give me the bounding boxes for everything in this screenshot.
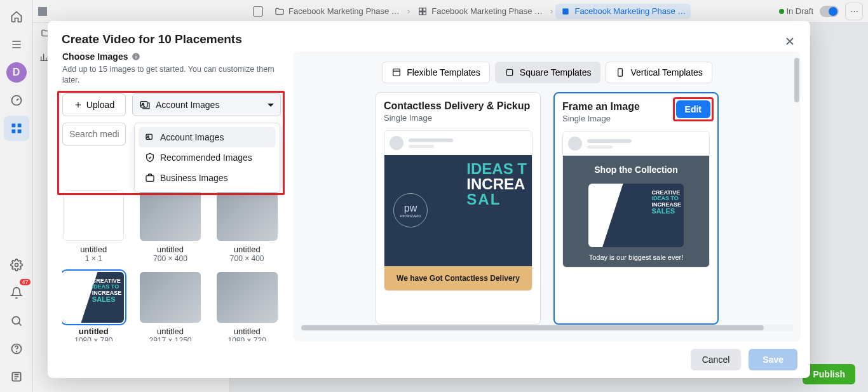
image-thumbnail[interactable]: untitled1 × 1 [62, 190, 125, 263]
thumbnail-name: untitled [79, 327, 109, 336]
image-thumbnail[interactable]: CREATIVEIDEAS TOINCREASESALESuntitled108… [62, 272, 125, 341]
modal-title: Create Video for 10 Placements [62, 32, 796, 46]
briefcase-icon [145, 173, 155, 183]
close-icon[interactable] [781, 32, 799, 50]
image-thumbnail[interactable]: untitled2917 × 1250 [139, 272, 202, 341]
vertical-icon [615, 67, 625, 78]
thumbnail-dimensions: 2917 × 1250 [149, 336, 191, 341]
template-card-contactless[interactable]: Contactless Delivery & Pickup Single Ima… [376, 92, 541, 325]
avatar-placeholder [568, 137, 582, 151]
menu-item-business-images[interactable]: Business Images [139, 168, 276, 188]
images-icon [145, 132, 155, 142]
flexible-icon [391, 67, 402, 78]
template-card-frame-image[interactable]: Frame an Image Single Image Edit Shop th… [553, 92, 719, 325]
thumbnail-name: untitled [157, 327, 184, 336]
create-video-modal: Create Video for 10 Placements Choose Im… [48, 21, 810, 378]
svg-rect-25 [506, 69, 512, 75]
vertical-scrollbar[interactable] [794, 58, 799, 328]
template-tabs: Flexible Templates Square Templates Vert… [301, 62, 793, 83]
template-previews: Contactless Delivery & Pickup Single Ima… [301, 92, 793, 325]
preview-post: pwPIKWIZARD IDEAS TINCREASAL We have Got… [384, 130, 532, 291]
thumbnail-dimensions: 1080 × 720 [227, 336, 266, 341]
pw-logo: pwPIKWIZARD [393, 193, 428, 227]
svg-rect-23 [146, 175, 154, 181]
cancel-button[interactable]: Cancel [691, 349, 742, 370]
badge-icon [145, 152, 155, 163]
menu-item-recommended-images[interactable]: Recommended Images [139, 147, 276, 168]
modal-footer: Cancel Save [48, 341, 810, 378]
upload-button[interactable]: Upload [62, 93, 126, 116]
svg-point-18 [136, 54, 137, 55]
image-source-menu: Account Images Recommended Images Busine… [134, 123, 280, 193]
preview-caption: We have Got Contactless Delivery [384, 266, 532, 290]
thumbnail-dimensions: 1 × 1 [85, 254, 102, 263]
tab-square-templates[interactable]: Square Templates [495, 62, 601, 83]
save-button[interactable]: Save [749, 349, 797, 370]
inner-creative: CREATIVE IDEAS TO INCREASE SALES [588, 184, 684, 247]
thumbnail-name: untitled [157, 245, 184, 254]
svg-rect-24 [393, 69, 400, 76]
menu-item-account-images[interactable]: Account Images [139, 127, 276, 147]
image-thumbnail[interactable]: untitled700 × 400 [215, 190, 278, 263]
thumbnail-name: untitled [234, 327, 261, 336]
edit-button[interactable]: Edit [676, 100, 710, 118]
square-icon [505, 67, 515, 78]
image-thumbnail[interactable]: untitled700 × 400 [139, 190, 202, 263]
card-title: Contactless Delivery & Pickup [384, 100, 532, 112]
images-icon [139, 99, 151, 111]
tab-flexible-templates[interactable]: Flexible Templates [382, 62, 490, 83]
thumbnail-dimensions: 700 × 400 [230, 254, 264, 263]
card-subtitle: Single Image [384, 113, 532, 123]
svg-rect-26 [618, 69, 623, 76]
preview-post: Shop the Collection CREATIVE IDEAS TO IN… [562, 131, 710, 267]
thumbnail-dimensions: 1080 × 780 [74, 336, 112, 341]
tab-vertical-templates[interactable]: Vertical Templates [606, 62, 712, 83]
chevron-down-icon [268, 104, 274, 110]
templates-panel: Flexible Templates Square Templates Vert… [294, 51, 801, 341]
thumbnail-name: untitled [234, 245, 261, 254]
choose-images-label: Choose Images [62, 51, 281, 62]
image-thumbnail[interactable]: untitled1080 × 720 [215, 272, 278, 341]
info-icon[interactable] [132, 52, 140, 61]
preview-image: pwPIKWIZARD IDEAS TINCREASAL [384, 155, 532, 266]
highlight-annotation: Edit [673, 97, 714, 121]
search-input[interactable] [62, 123, 126, 145]
svg-rect-17 [136, 56, 137, 58]
preview-caption: Today is our biggest sale ever! [589, 247, 684, 265]
plus-icon [74, 100, 83, 109]
choose-images-help: Add up to 15 images to get started. You … [62, 64, 281, 86]
choose-images-panel: Choose Images Add up to 15 images to get… [57, 51, 286, 341]
thumbnail-name: untitled [80, 245, 107, 254]
image-source-dropdown[interactable]: Account Images [132, 93, 281, 116]
preview-image: Shop the Collection CREATIVE IDEAS TO IN… [563, 156, 709, 267]
horizontal-scrollbar[interactable] [301, 325, 793, 331]
avatar-placeholder [390, 136, 403, 150]
thumbnail-dimensions: 700 × 400 [153, 254, 187, 263]
image-grid: untitled1 × 1untitled700 × 400untitled70… [62, 190, 278, 341]
